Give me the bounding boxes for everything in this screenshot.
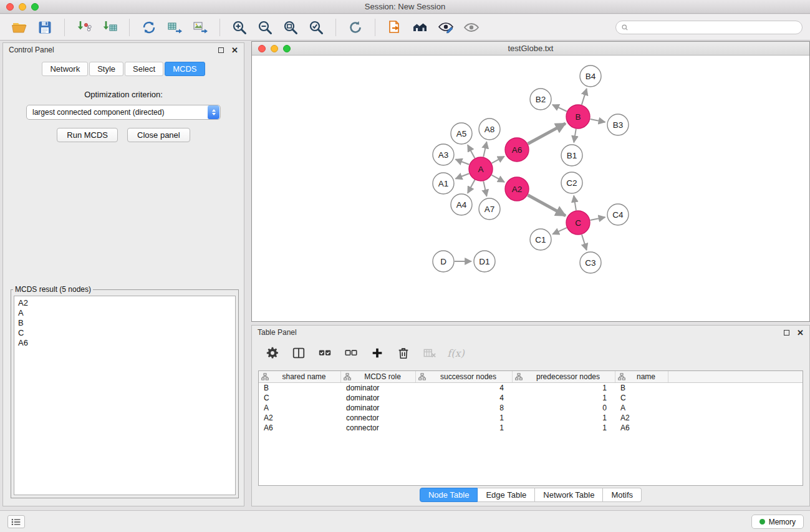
close-window-button[interactable] <box>6 3 14 11</box>
graph-node-A5[interactable]: A5 <box>451 123 472 144</box>
mcds-result-item[interactable]: A6 <box>18 338 231 348</box>
tab-motifs[interactable]: Motifs <box>603 488 642 502</box>
graph-node-A8[interactable]: A8 <box>479 118 500 140</box>
tab-node-table[interactable]: Node Table <box>420 488 478 502</box>
graph-node-A2[interactable]: A2 <box>505 177 529 201</box>
graph-edge-C-C3[interactable] <box>582 235 587 250</box>
session-file-icon[interactable] <box>383 17 407 37</box>
save-session-icon[interactable] <box>33 17 57 37</box>
memory-button[interactable]: Memory <box>751 515 804 529</box>
function-builder-icon[interactable]: f(x) <box>446 344 465 362</box>
optimization-criterion-dropdown[interactable]: largest connected component (directed) <box>26 105 221 120</box>
table-row[interactable]: A6connector11A6 <box>259 423 803 433</box>
open-session-icon[interactable] <box>7 17 31 37</box>
minimize-network-view-button[interactable] <box>271 45 278 52</box>
ui-layout-button[interactable] <box>7 515 25 528</box>
graph-node-D[interactable]: D <box>433 251 454 272</box>
column-header-name[interactable]: name <box>615 371 668 382</box>
graph-edge-A-A6[interactable] <box>492 157 504 163</box>
network-graph-canvas[interactable]: AA6A2BCA1A3A4A5A7A8B1B2B3B4C1C2C3C4DD1 <box>252 56 809 321</box>
table-row[interactable]: Cdominator41C <box>259 393 803 403</box>
tab-edge-table[interactable]: Edge Table <box>478 488 535 502</box>
tab-mcds[interactable]: MCDS <box>165 62 205 76</box>
column-header-predecessor-nodes[interactable]: predecessor nodes <box>513 371 615 382</box>
close-network-view-button[interactable] <box>258 45 266 52</box>
graph-node-A6[interactable]: A6 <box>505 138 529 162</box>
graph-node-C3[interactable]: C3 <box>580 252 601 273</box>
mcds-result-item[interactable]: A2 <box>18 298 231 308</box>
mcds-result-list[interactable]: A2ABCA6 <box>14 296 236 495</box>
float-control-panel-button[interactable] <box>218 47 224 53</box>
mcds-result-item[interactable]: B <box>18 318 231 328</box>
refresh-icon[interactable] <box>344 17 367 37</box>
eye-edit-icon[interactable] <box>434 17 458 37</box>
columns-icon[interactable] <box>289 344 308 362</box>
graph-edge-A-A5[interactable] <box>468 145 475 158</box>
import-network-icon[interactable] <box>72 17 96 37</box>
table-row[interactable]: Adominator80A <box>259 403 803 413</box>
delete-table-icon[interactable] <box>420 344 439 362</box>
graph-node-C[interactable]: C <box>566 211 590 235</box>
minimize-window-button[interactable] <box>19 3 26 11</box>
search-field[interactable] <box>615 21 803 34</box>
graph-edge-A-A2[interactable] <box>492 175 504 182</box>
mcds-result-item[interactable]: A <box>18 308 231 318</box>
column-header-successor-nodes[interactable]: successor nodes <box>416 371 513 382</box>
export-network-icon[interactable] <box>137 17 161 37</box>
graph-node-A1[interactable]: A1 <box>433 173 454 194</box>
maximize-network-view-button[interactable] <box>283 45 291 52</box>
graph-edge-C-C4[interactable] <box>591 217 605 220</box>
graph-edge-C-C1[interactable] <box>552 228 567 234</box>
search-input[interactable] <box>632 23 797 32</box>
graph-node-C4[interactable]: C4 <box>607 204 629 225</box>
graph-node-B4[interactable]: B4 <box>580 65 601 87</box>
run-mcds-button[interactable]: Run MCDS <box>57 128 118 142</box>
graph-edge-C-C2[interactable] <box>574 196 576 211</box>
graph-edge-B-B1[interactable] <box>574 129 576 143</box>
graph-node-A3[interactable]: A3 <box>433 144 454 165</box>
graph-node-B3[interactable]: B3 <box>607 114 629 135</box>
column-header-shared-name[interactable]: shared name <box>259 371 341 382</box>
graph-edge-A-A7[interactable] <box>483 181 486 196</box>
float-table-panel-button[interactable] <box>784 330 789 336</box>
graph-node-C2[interactable]: C2 <box>561 172 582 193</box>
graph-edge-A-A8[interactable] <box>483 142 486 157</box>
double-home-icon[interactable] <box>408 17 432 37</box>
tab-network-table[interactable]: Network Table <box>535 488 603 502</box>
graph-node-D1[interactable]: D1 <box>474 251 495 272</box>
zoom-in-icon[interactable] <box>228 17 251 37</box>
graph-edge-A-A1[interactable] <box>456 173 470 178</box>
zoom-selected-icon[interactable] <box>304 17 328 37</box>
close-panel-button[interactable]: Close panel <box>127 128 190 142</box>
graph-edge-A6-B[interactable] <box>528 123 566 144</box>
add-column-icon[interactable] <box>368 344 387 362</box>
export-table-icon[interactable] <box>163 17 186 37</box>
export-image-icon[interactable] <box>188 17 212 37</box>
graph-node-C1[interactable]: C1 <box>530 229 551 250</box>
graph-edge-A-A3[interactable] <box>456 160 470 165</box>
zoom-out-icon[interactable] <box>253 17 277 37</box>
close-control-panel-button[interactable]: ✕ <box>231 46 238 54</box>
mcds-result-item[interactable]: C <box>18 328 231 338</box>
import-table-icon[interactable] <box>98 17 122 37</box>
graph-edge-B-B3[interactable] <box>591 119 605 122</box>
table-row[interactable]: Bdominator41B <box>259 383 803 393</box>
table-mode-icon[interactable] <box>263 344 282 362</box>
graph-node-A4[interactable]: A4 <box>451 194 472 215</box>
graph-node-B[interactable]: B <box>566 105 590 128</box>
graph-node-A7[interactable]: A7 <box>479 198 500 220</box>
graph-edge-A2-C[interactable] <box>528 195 566 216</box>
graph-edge-B-B4[interactable] <box>582 89 587 105</box>
maximize-window-button[interactable] <box>31 3 39 11</box>
close-table-panel-button[interactable]: ✕ <box>797 329 804 337</box>
graph-node-A[interactable]: A <box>469 157 493 181</box>
graph-edge-A-A4[interactable] <box>468 180 475 193</box>
zoom-fit-icon[interactable] <box>279 17 302 37</box>
column-header-mcds-role[interactable]: MCDS role <box>341 371 416 382</box>
table-row[interactable]: A2connector11A2 <box>259 413 803 423</box>
tab-network[interactable]: Network <box>42 62 88 76</box>
graph-node-B1[interactable]: B1 <box>561 145 582 166</box>
select-all-icon[interactable] <box>316 344 334 362</box>
delete-column-icon[interactable] <box>394 344 413 362</box>
graph-edge-B-B2[interactable] <box>552 105 567 112</box>
